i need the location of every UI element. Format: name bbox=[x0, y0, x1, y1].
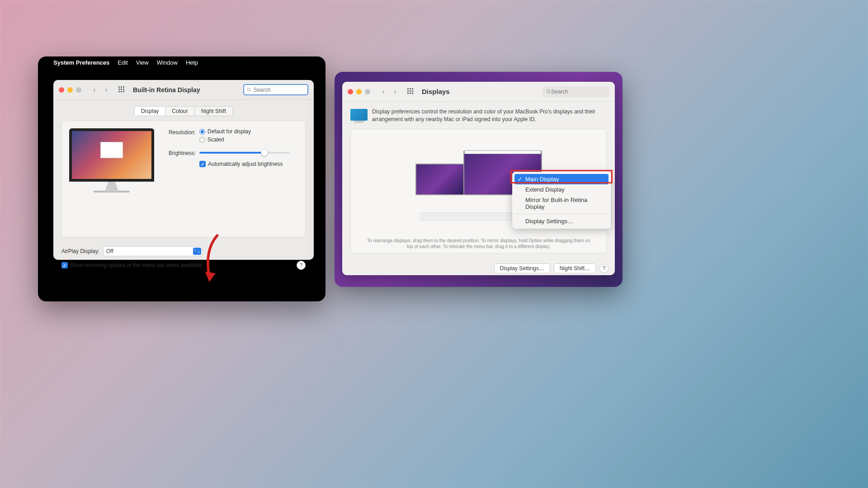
svg-line-3 bbox=[549, 92, 551, 94]
info-text: Display preferences control the resoluti… bbox=[372, 108, 607, 123]
display-context-menu: Main Display Extend Display Mirror for B… bbox=[512, 172, 611, 229]
night-shift-button[interactable]: Night Shift… bbox=[554, 263, 596, 273]
left-screenshot-frame: System Preferences Edit View Window Help… bbox=[38, 56, 326, 301]
window-toolbar: ‹ › Built-in Retina Display bbox=[53, 80, 314, 100]
menu-help[interactable]: Help bbox=[186, 59, 198, 66]
right-screenshot-frame: ‹ › Displays Display preferences control… bbox=[335, 72, 623, 287]
menu-edit[interactable]: Edit bbox=[118, 59, 127, 66]
window-toolbar: ‹ › Displays bbox=[342, 82, 615, 102]
menu-mirror-display[interactable]: Mirror for Built-in Retina Display bbox=[514, 195, 609, 212]
display-preview-image bbox=[69, 128, 154, 201]
display-panel: Resolution: Default for display Scaled B… bbox=[61, 121, 306, 237]
search-input[interactable] bbox=[551, 89, 606, 95]
dropdown-caret-icon: ⌃⌄ bbox=[193, 248, 201, 255]
radio-scaled[interactable]: Scaled bbox=[199, 136, 251, 143]
close-button[interactable] bbox=[348, 89, 353, 94]
airplay-value: Off bbox=[106, 248, 113, 254]
svg-point-2 bbox=[547, 89, 549, 92]
traffic-lights bbox=[59, 87, 81, 93]
menu-extend-display[interactable]: Extend Display bbox=[514, 184, 609, 195]
radio-icon bbox=[199, 137, 205, 143]
secondary-display-thumb[interactable] bbox=[415, 164, 467, 195]
search-icon bbox=[247, 87, 252, 93]
show-all-icon[interactable] bbox=[118, 86, 126, 94]
help-button[interactable]: ? bbox=[599, 264, 609, 273]
menu-divider bbox=[514, 214, 609, 214]
auto-brightness-checkbox[interactable]: Automatically adjust brightness bbox=[199, 161, 283, 167]
back-button[interactable]: ‹ bbox=[90, 85, 99, 95]
brightness-label: Brightness: bbox=[161, 149, 196, 156]
forward-button[interactable]: › bbox=[101, 85, 111, 95]
display-settings-button[interactable]: Display Settings… bbox=[494, 263, 550, 273]
rearrange-hint: To rearrange displays, drag them to the … bbox=[351, 238, 606, 249]
svg-point-0 bbox=[247, 88, 250, 91]
tab-segmented-control: Display Colour Night Shift bbox=[134, 106, 233, 116]
show-all-icon[interactable] bbox=[407, 88, 415, 95]
menu-main-display[interactable]: Main Display bbox=[514, 174, 609, 184]
window-title: Displays bbox=[422, 88, 538, 95]
display-arrangement-area[interactable]: To rearrange displays, drag them to the … bbox=[350, 129, 607, 253]
search-field[interactable] bbox=[243, 84, 308, 95]
menu-display-settings[interactable]: Display Settings… bbox=[514, 216, 609, 226]
checkbox-icon bbox=[199, 161, 206, 167]
resolution-label: Resolution: bbox=[161, 128, 196, 136]
tab-night-shift[interactable]: Night Shift bbox=[195, 107, 232, 116]
app-menu[interactable]: System Preferences bbox=[53, 59, 109, 66]
minimize-button[interactable] bbox=[356, 89, 362, 94]
search-input[interactable] bbox=[254, 87, 305, 93]
tab-colour[interactable]: Colour bbox=[165, 107, 194, 116]
search-icon bbox=[546, 89, 551, 94]
zoom-button[interactable] bbox=[76, 87, 81, 93]
show-mirroring-checkbox[interactable]: Show mirroring options in the menu bar w… bbox=[61, 262, 202, 268]
checkbox-icon bbox=[61, 262, 68, 268]
brightness-slider[interactable] bbox=[199, 152, 290, 154]
display-prefs-window: ‹ › Built-in Retina Display Display Colo… bbox=[53, 80, 314, 260]
help-button[interactable]: ? bbox=[297, 261, 306, 270]
close-button[interactable] bbox=[59, 87, 64, 93]
minimize-button[interactable] bbox=[67, 87, 73, 93]
macos-menubar: System Preferences Edit View Window Help bbox=[38, 56, 326, 69]
search-field[interactable] bbox=[542, 86, 609, 97]
slider-thumb[interactable] bbox=[261, 149, 268, 156]
radio-icon bbox=[199, 129, 205, 135]
window-title: Built-in Retina Display bbox=[133, 86, 239, 94]
tab-display[interactable]: Display bbox=[135, 107, 165, 116]
back-button[interactable]: ‹ bbox=[378, 87, 388, 97]
airplay-label: AirPlay Display: bbox=[61, 248, 99, 254]
forward-button[interactable]: › bbox=[390, 87, 400, 97]
menu-window[interactable]: Window bbox=[157, 59, 178, 66]
displays-window: ‹ › Displays Display preferences control… bbox=[342, 82, 615, 275]
menu-view[interactable]: View bbox=[136, 59, 149, 66]
airplay-dropdown[interactable]: Off ⌃⌄ bbox=[103, 246, 203, 256]
svg-line-1 bbox=[250, 90, 251, 92]
display-info-icon bbox=[350, 109, 368, 121]
zoom-button[interactable] bbox=[365, 89, 370, 94]
radio-default-for-display[interactable]: Default for display bbox=[199, 128, 251, 135]
